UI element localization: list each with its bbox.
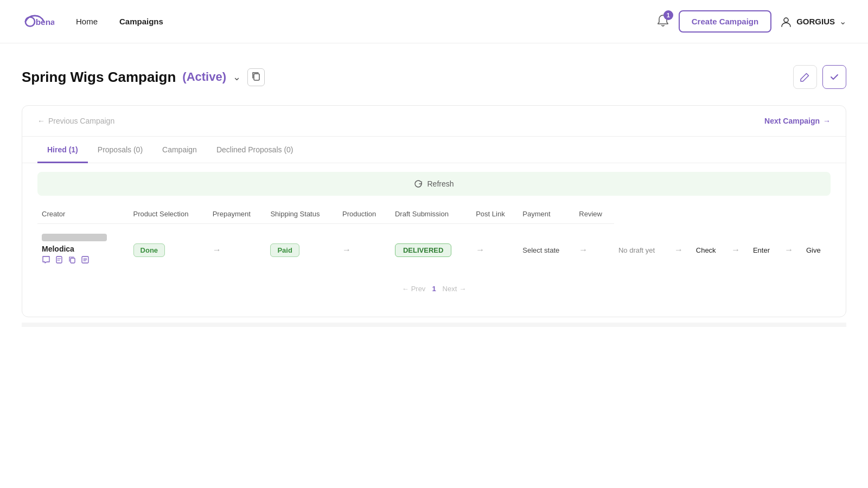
arrow-cell-5: →	[670, 224, 692, 277]
footer-bar	[22, 323, 846, 327]
chat-icon[interactable]	[42, 255, 50, 266]
campaign-status: (Active)	[182, 70, 226, 84]
chevron-down-icon[interactable]: ⌄	[839, 16, 846, 27]
hired-table: Creator Product Selection Prepayment Shi…	[37, 204, 831, 276]
arrow-icon-2: →	[342, 245, 351, 254]
svg-point-2	[784, 18, 788, 22]
next-campaign-link[interactable]: Next Campaign →	[764, 117, 831, 125]
creator-name: Melodica	[42, 245, 125, 253]
copy2-icon[interactable]	[68, 255, 76, 266]
tab-proposals[interactable]: Proposals (0)	[88, 137, 152, 163]
arrow-cell-1: →	[208, 224, 266, 277]
review-action[interactable]: Give	[806, 246, 821, 254]
prev-arrow-icon: ←	[402, 285, 409, 293]
arrow-icon-7: →	[784, 245, 793, 254]
arrow-cell-3: →	[471, 224, 518, 277]
review-cell[interactable]: Give	[802, 224, 831, 277]
arrow-cell-7: →	[780, 224, 802, 277]
prepayment-badge: Paid	[270, 243, 299, 257]
col-shipping: Shipping Status	[266, 204, 338, 224]
prev-campaign-label: Previous Campaign	[48, 117, 114, 125]
campaign-title: Spring Wigs Campaign	[22, 69, 176, 86]
pagination: ← Prev 1 Next →	[37, 276, 831, 301]
user-menu[interactable]: GORGIUS ⌄	[780, 16, 846, 28]
refresh-bar[interactable]: Refresh	[37, 172, 831, 196]
notification-button[interactable]: 1	[656, 14, 670, 29]
postlink-action[interactable]: Check	[696, 246, 716, 254]
shipping-cell: DELIVERED	[391, 224, 471, 277]
shipping-badge: DELIVERED	[395, 243, 451, 257]
next-label: Next	[443, 285, 457, 293]
prev-page-button[interactable]: ← Prev	[402, 285, 426, 293]
col-creator: Creator	[37, 204, 129, 224]
col-draft: Draft Submission	[391, 204, 471, 224]
creator-avatar-bar	[42, 234, 107, 241]
product-selection-cell: Done	[129, 224, 208, 277]
notification-badge: 1	[663, 10, 673, 20]
navbar: bena Home Campaigns 1 Create Campaign GO…	[0, 0, 868, 43]
refresh-icon	[414, 179, 423, 188]
navbar-right: 1 Create Campaign GORGIUS ⌄	[656, 10, 846, 33]
create-campaign-button[interactable]: Create Campaign	[679, 10, 771, 33]
next-arrow-icon: →	[459, 285, 466, 293]
arrow-left-icon: ←	[37, 117, 45, 125]
check-button[interactable]	[822, 65, 846, 89]
copy-icon[interactable]	[247, 68, 265, 86]
creator-cell: Melodica	[37, 224, 129, 277]
postlink-cell[interactable]: Check	[692, 224, 727, 277]
table-row: Melodica	[37, 224, 831, 277]
prev-label: Prev	[411, 285, 426, 293]
payment-cell[interactable]: Enter	[749, 224, 780, 277]
arrow-right-icon: →	[823, 117, 831, 125]
refresh-label: Refresh	[427, 179, 454, 188]
col-production: Production	[338, 204, 391, 224]
production-select[interactable]: Select state	[522, 246, 559, 254]
col-product: Product Selection	[129, 204, 208, 224]
campaign-title-row: Spring Wigs Campaign (Active) ⌄	[22, 68, 265, 86]
campaign-card: ← Previous Campaign Next Campaign → Hire…	[22, 105, 846, 317]
tab-bar: Hired (1) Proposals (0) Campaign Decline…	[22, 137, 846, 163]
logo[interactable]: bena	[22, 12, 54, 31]
current-page: 1	[432, 285, 436, 293]
campaign-dropdown-icon[interactable]: ⌄	[233, 71, 241, 83]
navbar-left: bena Home Campaigns	[22, 12, 163, 31]
user-name: GORGIUS	[796, 17, 835, 26]
col-postlink: Post Link	[471, 204, 518, 224]
campaign-header: Spring Wigs Campaign (Active) ⌄	[22, 65, 846, 89]
col-review: Review	[575, 204, 614, 224]
prev-campaign-link[interactable]: ← Previous Campaign	[37, 117, 114, 125]
arrow-cell-2: →	[338, 224, 391, 277]
tab-hired[interactable]: Hired (1)	[37, 137, 88, 163]
draft-cell: No draft yet	[614, 224, 670, 277]
document-icon[interactable]	[55, 255, 63, 266]
svg-rect-4	[56, 256, 62, 263]
draft-status: No draft yet	[618, 246, 655, 254]
col-prepayment: Prepayment	[208, 204, 266, 224]
list-icon[interactable]	[81, 255, 90, 266]
svg-rect-3	[254, 74, 259, 80]
col-payment: Payment	[518, 204, 575, 224]
arrow-icon-3: →	[476, 245, 484, 254]
arrow-icon-4: →	[579, 245, 588, 254]
campaign-navigation: ← Previous Campaign Next Campaign →	[22, 106, 846, 137]
arrow-icon-5: →	[674, 245, 683, 254]
main-content: Spring Wigs Campaign (Active) ⌄	[0, 43, 868, 349]
user-icon	[780, 16, 792, 28]
payment-action[interactable]: Enter	[753, 246, 770, 254]
table-wrap: Creator Product Selection Prepayment Shi…	[22, 196, 846, 317]
arrow-icon-1: →	[213, 245, 221, 254]
prepayment-cell: Paid	[266, 224, 338, 277]
product-selection-badge: Done	[133, 243, 165, 257]
edit-button[interactable]	[793, 65, 817, 89]
creator-icons	[42, 255, 125, 266]
next-page-button[interactable]: Next →	[443, 285, 467, 293]
svg-text:bena: bena	[36, 17, 54, 27]
arrow-icon-6: →	[731, 245, 740, 254]
nav-campaigns[interactable]: Campaigns	[119, 17, 163, 26]
production-cell[interactable]: Select state	[518, 224, 575, 277]
next-campaign-label: Next Campaign	[764, 117, 820, 125]
tab-campaign[interactable]: Campaign	[152, 137, 207, 163]
tab-declined[interactable]: Declined Proposals (0)	[207, 137, 303, 163]
arrow-cell-4: →	[575, 224, 614, 277]
nav-home[interactable]: Home	[76, 17, 98, 26]
